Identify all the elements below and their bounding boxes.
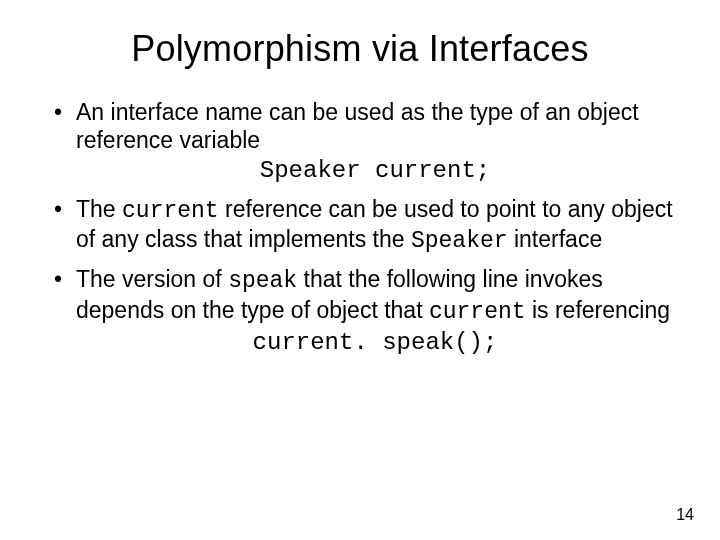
bullet-1: An interface name can be used as the typ… bbox=[46, 98, 674, 185]
bullet-2: The current reference can be used to poi… bbox=[46, 195, 674, 255]
bullet-3-codeline: current. speak(); bbox=[76, 328, 674, 357]
bullet-list: An interface name can be used as the typ… bbox=[46, 98, 674, 357]
bullet-3: The version of speak that the following … bbox=[46, 265, 674, 356]
bullet-1-code: Speaker current; bbox=[76, 156, 674, 185]
bullet-1-text: An interface name can be used as the typ… bbox=[76, 99, 639, 153]
bullet-2-code1: current bbox=[122, 198, 219, 224]
bullet-2-pre: The bbox=[76, 196, 122, 222]
bullet-3-pre: The version of bbox=[76, 266, 228, 292]
page-number: 14 bbox=[676, 506, 694, 524]
bullet-3-code2: current bbox=[429, 299, 526, 325]
bullet-2-post: interface bbox=[508, 226, 603, 252]
bullet-3-code1: speak bbox=[228, 268, 297, 294]
bullet-2-code2: Speaker bbox=[411, 228, 508, 254]
bullet-3-post: is referencing bbox=[526, 297, 670, 323]
slide-title: Polymorphism via Interfaces bbox=[46, 28, 674, 70]
slide: Polymorphism via Interfaces An interface… bbox=[0, 0, 720, 540]
